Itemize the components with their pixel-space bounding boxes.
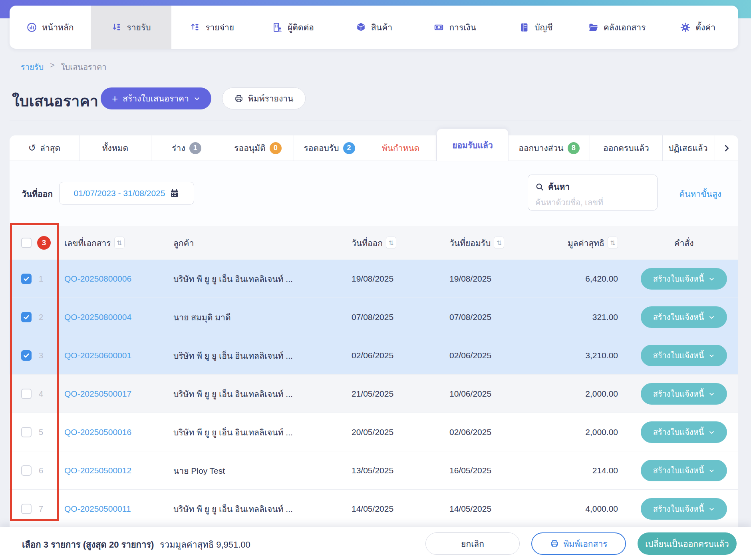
- create-invoice-button[interactable]: สร้างใบแจ้งหนี้: [641, 345, 727, 366]
- tab-awaiting-approval[interactable]: รออนุมัติ 0: [222, 135, 294, 161]
- create-invoice-label: สร้างใบแจ้งหนี้: [653, 464, 704, 477]
- accept-date: 02/06/2025: [449, 427, 491, 437]
- breadcrumb-parent[interactable]: รายรับ: [21, 61, 44, 73]
- tab-fully-issued[interactable]: ออกครบแล้ว: [590, 135, 663, 161]
- doc-number-link[interactable]: QO-20250800004: [64, 312, 131, 322]
- doc-number-link[interactable]: QO-20250500017: [64, 389, 131, 399]
- status-tabs: ↺ ล่าสุด ทั้งหมด ร่าง 1 รออนุมัติ 0 รอตอ…: [10, 135, 738, 161]
- content-panel: วันที่ออก 01/07/2023 - 31/08/2025 ค้นหา …: [10, 161, 738, 527]
- create-quotation-button[interactable]: + สร้างใบเสนอราคา: [101, 87, 211, 109]
- tab-draft[interactable]: ร่าง 1: [151, 135, 222, 161]
- row-checkbox[interactable]: [21, 274, 32, 284]
- plus-icon: +: [112, 93, 118, 104]
- nav-item-contacts[interactable]: ผู้ติดต่อ: [252, 6, 334, 49]
- row-checkbox[interactable]: [21, 504, 32, 514]
- tab-partially-issued-badge: 8: [568, 142, 580, 154]
- row-number: 1: [39, 274, 52, 283]
- print-documents-label: พิมพ์เอกสาร: [564, 537, 608, 550]
- tab-all[interactable]: ทั้งหมด: [79, 135, 151, 161]
- issue-date-filter-label: วันที่ออก: [22, 187, 53, 201]
- create-invoice-button[interactable]: สร้างใบแจ้งหนี้: [641, 383, 727, 405]
- create-invoice-label: สร้างใบแจ้งหนี้: [653, 502, 704, 515]
- nav-label: หน้าหลัก: [42, 21, 74, 34]
- customer-name: บริษัท พี ยู ยู เอ็น อินเทลลิเจนท์ ...: [173, 272, 293, 285]
- accept-date: 02/06/2025: [449, 351, 491, 360]
- cancel-button[interactable]: ยกเลิก: [425, 532, 520, 555]
- tab-label: ร่าง: [172, 141, 185, 155]
- amount: 3,210.00: [521, 351, 618, 360]
- nav-item-home[interactable]: หน้าหลัก: [10, 6, 91, 49]
- tab-accepted[interactable]: ยอมรับแล้ว: [437, 129, 509, 161]
- tab-draft-badge: 1: [189, 142, 201, 154]
- search-input[interactable]: ค้นหา ค้นหาด้วยชื่อ, เลขที่: [528, 175, 658, 210]
- table-row: 2 QO-20250800004 นาย สมมุติ มาดี 07/08/2…: [10, 298, 738, 336]
- print-report-button[interactable]: พิมพ์รายงาน: [222, 87, 306, 109]
- row-checkbox[interactable]: [21, 350, 32, 361]
- page-title: ใบเสนอราคา: [12, 89, 98, 113]
- advanced-search-link[interactable]: ค้นหาขั้นสูง: [679, 187, 721, 201]
- amount: 6,420.00: [521, 274, 618, 284]
- search-placeholder: ค้นหาด้วยชื่อ, เลขที่: [535, 196, 650, 209]
- issue-date: 13/05/2025: [352, 466, 393, 475]
- tabs-scroll-right-button[interactable]: [715, 135, 738, 161]
- doc-number-link[interactable]: QO-20250500011: [64, 504, 131, 514]
- printer-icon: [234, 94, 243, 103]
- sort-amount-icon[interactable]: ⇅: [608, 237, 618, 249]
- header-actions: คำสั่ง: [641, 236, 727, 249]
- nav-item-accounting[interactable]: บัญชี: [495, 6, 576, 49]
- print-documents-button[interactable]: พิมพ์เอกสาร: [531, 532, 626, 555]
- create-invoice-button[interactable]: สร้างใบแจ้งหนี้: [641, 306, 727, 328]
- tab-overdue[interactable]: พ้นกำหนด: [365, 135, 437, 161]
- customer-name: บริษัท พี ยู ยู เอ็น อินเทลลิเจนท์ ...: [173, 349, 293, 362]
- search-label: ค้นหา: [548, 180, 570, 193]
- row-checkbox[interactable]: [21, 389, 32, 399]
- header-accept-date: วันที่ยอมรับ: [449, 236, 491, 249]
- create-invoice-button[interactable]: สร้างใบแจ้งหนี้: [641, 498, 727, 520]
- accept-date: 19/08/2025: [449, 274, 491, 284]
- doc-number-link[interactable]: QO-20250600001: [64, 351, 131, 360]
- header-amount: มูลค่าสุทธิ: [568, 236, 604, 249]
- sort-issue-date-icon[interactable]: ⇅: [386, 237, 396, 249]
- nav-item-settings[interactable]: ตั้งค่า: [657, 6, 738, 49]
- nav-item-finance[interactable]: การเงิน: [414, 6, 495, 49]
- table-row: 4 QO-20250500017 บริษัท พี ยู ยู เอ็น อิ…: [10, 375, 738, 413]
- nav-item-income[interactable]: รายรับ: [91, 6, 172, 49]
- accept-date: 14/05/2025: [449, 504, 491, 514]
- doc-number-link[interactable]: QO-20250500016: [64, 427, 131, 437]
- row-checkbox[interactable]: [21, 312, 32, 322]
- tab-partially-issued[interactable]: ออกบางส่วน 8: [509, 135, 590, 161]
- tab-rejected[interactable]: ปฏิเสธแล้ว: [663, 135, 715, 161]
- nav-item-products[interactable]: สินค้า: [334, 6, 415, 49]
- amount: 321.00: [521, 312, 618, 322]
- row-number: 5: [39, 427, 52, 437]
- breadcrumb: รายรับ > ใบเสนอราคา: [21, 61, 107, 73]
- tab-awaiting-response[interactable]: รอตอบรับ 2: [294, 135, 365, 161]
- breadcrumb-current: ใบเสนอราคา: [61, 61, 107, 73]
- sort-doc-no-icon[interactable]: ⇅: [114, 237, 125, 249]
- sort-accept-date-icon[interactable]: ⇅: [494, 237, 504, 249]
- select-all-checkbox[interactable]: [21, 238, 32, 248]
- row-number: 6: [39, 466, 52, 475]
- chevron-down-icon: [709, 506, 715, 512]
- table-row: 3 QO-20250600001 บริษัท พี ยู ยู เอ็น อิ…: [10, 336, 738, 375]
- mark-fully-issued-button[interactable]: เปลี่ยนเป็นออกครบแล้ว: [638, 532, 737, 555]
- row-checkbox[interactable]: [21, 427, 32, 437]
- customer-name: บริษัท พี ยู ยู เอ็น อินเทลลิเจนท์ ...: [173, 425, 293, 439]
- nav-item-expense[interactable]: รายจ่าย: [171, 6, 252, 49]
- doc-number-link[interactable]: QO-20250800006: [64, 274, 131, 284]
- main-nav: หน้าหลัก รายรับ รายจ่าย ผู้ติดต่อ สินค้า: [10, 6, 738, 49]
- nav-label: การเงิน: [449, 21, 476, 34]
- search-icon: [535, 183, 544, 191]
- tab-label: ยอมรับแล้ว: [452, 139, 493, 152]
- doc-number-link[interactable]: QO-20250500012: [64, 466, 131, 475]
- gear-icon: [680, 22, 691, 33]
- issue-date: 02/06/2025: [352, 351, 393, 360]
- nav-label: รายจ่าย: [205, 21, 234, 34]
- create-invoice-button[interactable]: สร้างใบแจ้งหนี้: [641, 268, 727, 290]
- date-range-picker[interactable]: 01/07/2023 - 31/08/2025: [59, 182, 194, 205]
- row-checkbox[interactable]: [21, 465, 32, 476]
- create-invoice-button[interactable]: สร้างใบแจ้งหนี้: [641, 460, 727, 481]
- tab-latest[interactable]: ↺ ล่าสุด: [10, 135, 79, 161]
- create-invoice-button[interactable]: สร้างใบแจ้งหนี้: [641, 421, 727, 443]
- nav-item-documents[interactable]: คลังเอกสาร: [576, 6, 658, 49]
